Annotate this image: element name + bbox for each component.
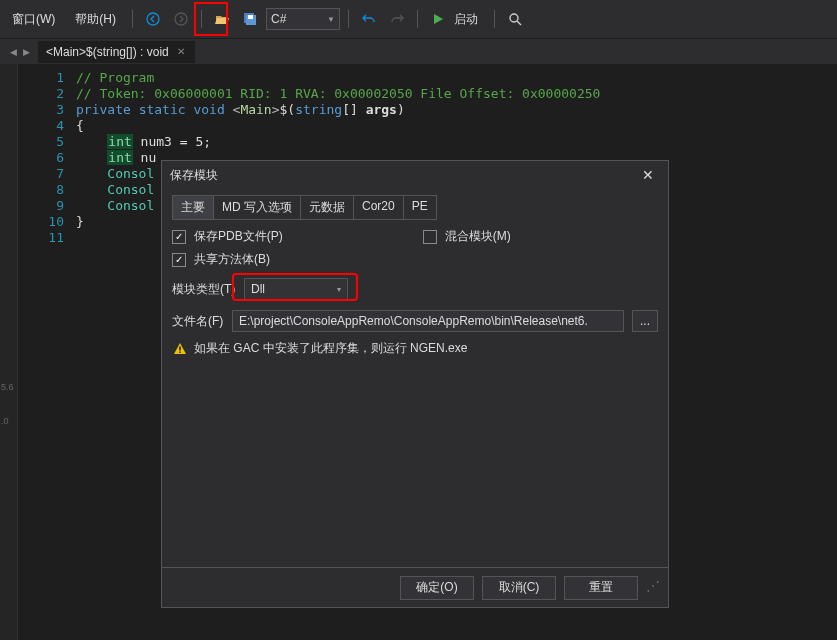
main-toolbar: 窗口(W) 帮助(H) C# ▼ 启动 bbox=[0, 0, 837, 38]
module-type-value: Dll bbox=[251, 282, 265, 296]
dialog-footer: 确定(O) 取消(C) 重置 ⋰ bbox=[162, 567, 668, 607]
dialog-body: 主要 MD 写入选项 元数据 Cor20 PE ✓ 保存PDB文件(P) 混合模… bbox=[162, 189, 668, 567]
editor-tab-bar: ◀ ▶ <Main>$(string[]) : void ✕ bbox=[0, 38, 837, 64]
filename-label: 文件名(F) bbox=[172, 313, 224, 330]
svg-point-1 bbox=[175, 13, 187, 25]
mixed-module-label: 混合模块(M) bbox=[445, 228, 511, 245]
left-margin: 5.6 .0 bbox=[0, 64, 18, 640]
dialog-title-text: 保存模块 bbox=[170, 167, 218, 184]
warning-row: 如果在 GAC 中安装了此程序集，则运行 NGEN.exe bbox=[172, 340, 658, 357]
tab-title: <Main>$(string[]) : void bbox=[46, 45, 169, 59]
language-combo[interactable]: C# ▼ bbox=[266, 8, 340, 30]
window-menu[interactable]: 窗口(W) bbox=[4, 7, 63, 32]
module-type-combo[interactable]: Dll ▾ bbox=[244, 278, 348, 300]
tab-pe[interactable]: PE bbox=[403, 195, 437, 220]
language-value: C# bbox=[271, 12, 286, 26]
separator bbox=[494, 10, 495, 28]
back-icon[interactable] bbox=[141, 7, 165, 31]
chevron-down-icon: ▾ bbox=[337, 285, 341, 294]
search-icon[interactable] bbox=[503, 7, 527, 31]
warning-icon bbox=[172, 341, 188, 357]
filename-field[interactable]: E:\project\ConsoleAppRemo\ConsoleAppRemo… bbox=[232, 310, 624, 332]
redo-icon[interactable] bbox=[385, 7, 409, 31]
close-icon[interactable]: ✕ bbox=[636, 165, 660, 185]
svg-point-0 bbox=[147, 13, 159, 25]
warning-text: 如果在 GAC 中安装了此程序集，则运行 NGEN.exe bbox=[194, 340, 467, 357]
svg-rect-7 bbox=[179, 351, 180, 352]
run-icon[interactable] bbox=[426, 7, 450, 31]
separator bbox=[201, 10, 202, 28]
dialog-tabs: 主要 MD 写入选项 元数据 Cor20 PE bbox=[172, 195, 658, 220]
tab-metadata[interactable]: 元数据 bbox=[300, 195, 354, 220]
share-method-label: 共享方法体(B) bbox=[194, 251, 270, 268]
mixed-module-checkbox[interactable] bbox=[423, 230, 437, 244]
save-module-dialog: 保存模块 ✕ 主要 MD 写入选项 元数据 Cor20 PE ✓ 保存PDB文件… bbox=[161, 160, 669, 608]
save-pdb-checkbox[interactable]: ✓ bbox=[172, 230, 186, 244]
svg-rect-4 bbox=[248, 15, 253, 19]
browse-button[interactable]: ... bbox=[632, 310, 658, 332]
tab-cor20[interactable]: Cor20 bbox=[353, 195, 404, 220]
dialog-titlebar[interactable]: 保存模块 ✕ bbox=[162, 161, 668, 189]
tab-md-write[interactable]: MD 写入选项 bbox=[213, 195, 301, 220]
undo-icon[interactable] bbox=[357, 7, 381, 31]
chevron-down-icon: ▼ bbox=[327, 15, 335, 24]
separator bbox=[417, 10, 418, 28]
sidebar-strip: 5.6 .0 bbox=[0, 382, 18, 450]
forward-icon[interactable] bbox=[169, 7, 193, 31]
open-icon[interactable] bbox=[210, 7, 234, 31]
module-type-label: 模块类型(T) bbox=[172, 281, 236, 298]
line-numbers: 1 2 3 4 5 6 7 8 9 10 11 bbox=[18, 64, 76, 640]
help-menu[interactable]: 帮助(H) bbox=[67, 7, 124, 32]
resize-grip-icon[interactable]: ⋰ bbox=[646, 581, 660, 595]
share-method-checkbox[interactable]: ✓ bbox=[172, 253, 186, 267]
reset-button[interactable]: 重置 bbox=[564, 576, 638, 600]
ok-button[interactable]: 确定(O) bbox=[400, 576, 474, 600]
tab-scroll-left-icon[interactable]: ◀ bbox=[8, 45, 19, 59]
cancel-button[interactable]: 取消(C) bbox=[482, 576, 556, 600]
separator bbox=[132, 10, 133, 28]
close-icon[interactable]: ✕ bbox=[175, 46, 187, 57]
save-pdb-label: 保存PDB文件(P) bbox=[194, 228, 283, 245]
save-all-icon[interactable] bbox=[238, 7, 262, 31]
run-button[interactable]: 启动 bbox=[454, 7, 486, 32]
separator bbox=[348, 10, 349, 28]
editor-tab[interactable]: <Main>$(string[]) : void ✕ bbox=[38, 41, 195, 63]
tab-main[interactable]: 主要 bbox=[172, 195, 214, 220]
tab-scroll-right-icon[interactable]: ▶ bbox=[21, 45, 32, 59]
svg-point-5 bbox=[510, 14, 518, 22]
svg-rect-6 bbox=[179, 346, 180, 350]
